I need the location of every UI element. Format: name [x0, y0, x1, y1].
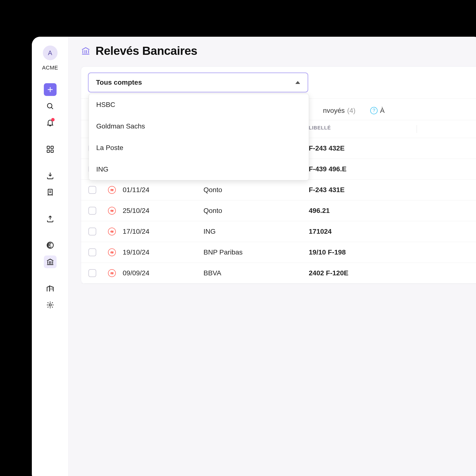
column-header-libelle[interactable]: LIBELLÉ	[309, 125, 417, 133]
row-checkbox[interactable]	[88, 207, 96, 215]
table-row[interactable]: 25/10/24 Qonto 496.21	[81, 201, 476, 221]
main-content: Relevés Bancaires Tous comptes HSBC Gold…	[69, 37, 476, 476]
svg-point-6	[49, 304, 51, 306]
cell-date: 01/11/24	[123, 186, 203, 194]
cell-label: 2402 F-120E	[309, 269, 417, 277]
row-checkbox[interactable]	[88, 186, 96, 194]
cell-bank: BBVA	[203, 269, 309, 277]
org-avatar[interactable]: A	[43, 46, 57, 60]
grid-icon	[46, 145, 54, 153]
cell-date: 25/10/24	[123, 207, 203, 215]
status-unmatched-icon	[108, 248, 116, 256]
org-name-label: ACME	[42, 65, 58, 71]
account-option-ing[interactable]: ING	[89, 159, 309, 180]
table-row[interactable]: 17/10/24 ING 171024	[81, 221, 476, 242]
account-option-laposte[interactable]: La Poste	[89, 137, 309, 159]
caret-up-icon	[295, 81, 300, 84]
cell-date: 09/09/24	[123, 269, 203, 277]
dashboard-button[interactable]	[44, 143, 56, 156]
row-checkbox[interactable]	[88, 269, 96, 277]
content-card: Tous comptes HSBC Goldman Sachs La Poste…	[81, 66, 476, 284]
help-icon: ?	[370, 107, 378, 114]
tab-todo-label: À	[380, 107, 385, 115]
bank-icon	[81, 46, 91, 56]
cell-amount: -	[417, 144, 476, 152]
filter-bar: Tous comptes HSBC Goldman Sachs La Poste…	[81, 72, 476, 99]
receipts-button[interactable]	[44, 186, 56, 199]
bell-icon	[46, 119, 54, 127]
status-unmatched-icon	[108, 269, 116, 277]
account-dropdown: HSBC Goldman Sachs La Poste ING	[89, 94, 309, 180]
tab-sent-label: nvoyés	[323, 107, 345, 115]
tab-sent-count: (4)	[347, 107, 355, 115]
search-button[interactable]	[44, 100, 56, 113]
cell-date: 19/10/24	[123, 248, 203, 256]
bank-icon	[46, 258, 54, 266]
status-unmatched-icon	[108, 186, 116, 194]
cell-label: F-243 431E	[309, 186, 417, 194]
cell-label: F-243 432E	[309, 144, 417, 152]
status-unmatched-icon	[108, 207, 116, 215]
sidebar: A ACME	[32, 37, 69, 476]
page-title: Relevés Bancaires	[95, 44, 197, 57]
account-select-label: Tous comptes	[96, 79, 142, 86]
cell-label: 496.21	[309, 207, 417, 215]
page-header: Relevés Bancaires	[81, 44, 476, 57]
cell-label: 171024	[309, 228, 417, 236]
cell-bank: ING	[203, 228, 309, 236]
euro-icon	[46, 241, 54, 249]
account-option-hsbc[interactable]: HSBC	[89, 94, 309, 116]
status-unmatched-icon	[108, 228, 116, 236]
svg-rect-3	[47, 150, 50, 153]
table-row[interactable]: 01/11/24 Qonto F-243 431E	[81, 180, 476, 201]
settings-button[interactable]	[44, 299, 56, 311]
row-checkbox[interactable]	[88, 228, 96, 236]
svg-rect-1	[47, 146, 50, 149]
cell-label: F-439 496.E	[309, 165, 417, 173]
plus-icon	[46, 85, 54, 94]
gear-icon	[46, 301, 54, 309]
cell-date: 17/10/24	[123, 228, 203, 236]
svg-rect-2	[51, 146, 53, 149]
buildings-button[interactable]	[44, 282, 56, 295]
receipt-icon	[46, 188, 54, 197]
account-option-goldman[interactable]: Goldman Sachs	[89, 116, 309, 137]
inbox-download-button[interactable]	[44, 169, 56, 182]
account-select[interactable]: Tous comptes HSBC Goldman Sachs La Poste…	[88, 72, 308, 92]
bank-statements-nav[interactable]	[44, 255, 56, 268]
table-row[interactable]: 19/10/24 BNP Paribas 19/10 F-198	[81, 242, 476, 263]
euro-button[interactable]	[44, 239, 56, 252]
row-checkbox[interactable]	[88, 248, 96, 256]
notifications-button[interactable]	[44, 117, 56, 129]
tab-todo[interactable]: ? À	[370, 107, 385, 115]
upload-tray-icon	[46, 215, 54, 223]
search-icon	[46, 102, 54, 110]
tab-sent[interactable]: nvoyés (4)	[323, 107, 355, 115]
outbox-upload-button[interactable]	[44, 212, 56, 225]
download-tray-icon	[46, 171, 54, 180]
svg-rect-4	[51, 150, 53, 153]
app-window: A ACME	[32, 37, 476, 476]
cell-label: 19/10 F-198	[309, 248, 417, 256]
building-icon	[46, 284, 54, 292]
cell-bank: Qonto	[203, 207, 309, 215]
table-row[interactable]: 09/09/24 BBVA 2402 F-120E	[81, 263, 476, 284]
cell-bank: BNP Paribas	[203, 248, 309, 256]
svg-point-0	[47, 103, 52, 108]
new-button[interactable]	[44, 83, 56, 96]
cell-bank: Qonto	[203, 186, 309, 194]
